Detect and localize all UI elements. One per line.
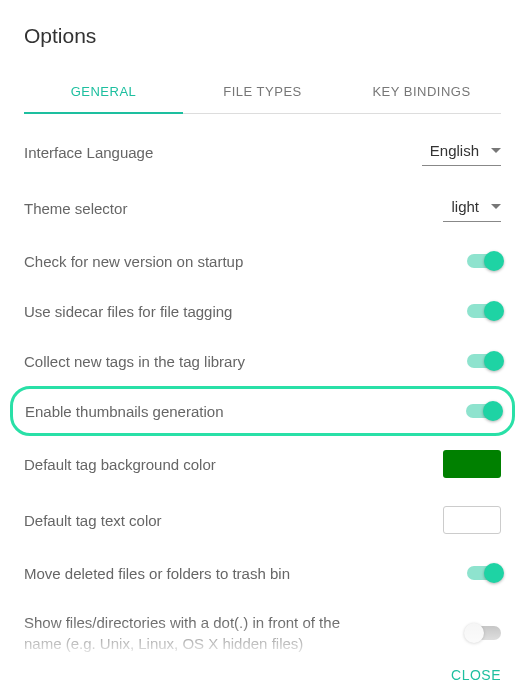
language-select[interactable]: English [422, 138, 501, 166]
trash-toggle[interactable] [467, 566, 501, 580]
option-collect-tags: Collect new tags in the tag library [24, 336, 501, 386]
tab-general[interactable]: GENERAL [24, 70, 183, 113]
tag-text-color-swatch[interactable] [443, 506, 501, 534]
tab-key-bindings[interactable]: KEY BINDINGS [342, 70, 501, 113]
option-sidecar: Use sidecar files for file tagging [24, 286, 501, 336]
option-check-update: Check for new version on startup [24, 236, 501, 286]
option-label: Show files/directories with a dot(.) in … [24, 612, 394, 654]
dialog-footer: CLOSE [427, 650, 525, 700]
tabs-bar: GENERAL FILE TYPES KEY BINDINGS [24, 70, 501, 114]
options-list: Interface Language English Theme selecto… [24, 120, 501, 672]
caret-down-icon [491, 204, 501, 209]
check-update-toggle[interactable] [467, 254, 501, 268]
theme-select-value: light [451, 198, 479, 215]
collect-tags-toggle[interactable] [467, 354, 501, 368]
theme-select[interactable]: light [443, 194, 501, 222]
thumbnails-toggle[interactable] [466, 404, 500, 418]
option-label: Default tag text color [24, 512, 443, 529]
option-theme-selector: Theme selector light [24, 180, 501, 236]
option-thumbnails: Enable thumbnails generation [10, 386, 515, 436]
dialog-title: Options [24, 24, 501, 48]
option-label: Check for new version on startup [24, 253, 467, 270]
option-tag-text-color: Default tag text color [24, 492, 501, 548]
option-label: Enable thumbnails generation [25, 403, 466, 420]
option-tag-bg-color: Default tag background color [24, 436, 501, 492]
option-trash: Move deleted files or folders to trash b… [24, 548, 501, 598]
hidden-files-toggle[interactable] [467, 626, 501, 640]
sidecar-toggle[interactable] [467, 304, 501, 318]
tab-file-types[interactable]: FILE TYPES [183, 70, 342, 113]
option-label: Collect new tags in the tag library [24, 353, 467, 370]
caret-down-icon [491, 148, 501, 153]
language-select-value: English [430, 142, 479, 159]
option-label: Move deleted files or folders to trash b… [24, 565, 467, 582]
option-label: Theme selector [24, 200, 443, 217]
option-label: Use sidecar files for file tagging [24, 303, 467, 320]
option-interface-language: Interface Language English [24, 124, 501, 180]
tag-bg-color-swatch[interactable] [443, 450, 501, 478]
option-label: Interface Language [24, 144, 422, 161]
close-button[interactable]: CLOSE [451, 667, 501, 683]
option-label: Default tag background color [24, 456, 443, 473]
